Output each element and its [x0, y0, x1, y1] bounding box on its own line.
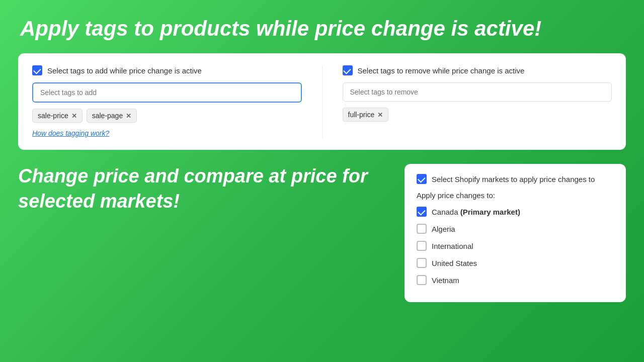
market-item-us: United States	[417, 258, 614, 268]
market-item-algeria: Algeria	[417, 224, 614, 234]
add-tags-list: sale-price ✕ sale-page ✕	[32, 109, 302, 123]
tag-label-full-price: full-price	[348, 111, 375, 119]
tag-label-sale-page: sale-page	[92, 112, 123, 120]
algeria-label: Algeria	[432, 225, 455, 233]
apply-label: Apply price changes to:	[417, 191, 614, 200]
add-tags-checkbox[interactable]	[32, 65, 42, 75]
remove-tags-header: Select tags to remove while price change…	[343, 65, 612, 75]
markets-header-label: Select Shopify markets to apply price ch…	[432, 175, 595, 184]
remove-sale-price-icon[interactable]: ✕	[71, 112, 77, 120]
international-checkbox[interactable]	[417, 241, 427, 251]
remove-sale-page-icon[interactable]: ✕	[126, 112, 131, 120]
bottom-section: Change price and compare at price for se…	[0, 164, 644, 302]
remove-full-price-icon[interactable]: ✕	[377, 111, 383, 119]
us-label: United States	[432, 259, 477, 267]
add-tags-header: Select tags to add while price change is…	[32, 65, 302, 75]
us-checkbox[interactable]	[417, 258, 427, 268]
tag-chip-full-price: full-price ✕	[343, 108, 389, 122]
markets-card: Select Shopify markets to apply price ch…	[405, 164, 626, 302]
bottom-text: Change price and compare at price for se…	[18, 164, 384, 214]
add-tags-input[interactable]	[32, 82, 302, 103]
remove-tags-section: Select tags to remove while price change…	[343, 65, 612, 138]
tag-chip-sale-price: sale-price ✕	[32, 109, 83, 123]
markets-checkbox[interactable]	[417, 174, 427, 184]
market-item-canada: Canada (Primary market)	[417, 207, 614, 217]
vietnam-checkbox[interactable]	[417, 275, 427, 285]
add-tags-section: Select tags to add while price change is…	[32, 65, 302, 138]
add-tags-label: Select tags to add while price change is…	[47, 66, 202, 75]
main-title: Apply tags to products while price chang…	[0, 0, 644, 53]
canada-label: Canada (Primary market)	[432, 208, 520, 216]
remove-tags-input[interactable]	[343, 82, 612, 102]
remove-tags-list: full-price ✕	[343, 108, 612, 122]
canada-checkbox[interactable]	[417, 207, 427, 217]
remove-tags-checkbox[interactable]	[343, 65, 353, 75]
international-label: International	[432, 242, 473, 250]
tag-label-sale-price: sale-price	[38, 112, 68, 120]
top-card: Select tags to add while price change is…	[18, 53, 626, 150]
tag-chip-sale-page: sale-page ✕	[87, 109, 137, 123]
market-item-vietnam: Vietnam	[417, 275, 614, 285]
markets-header: Select Shopify markets to apply price ch…	[417, 174, 614, 184]
remove-tags-label: Select tags to remove while price change…	[358, 66, 525, 75]
algeria-checkbox[interactable]	[417, 224, 427, 234]
market-item-international: International	[417, 241, 614, 251]
vietnam-label: Vietnam	[432, 276, 459, 285]
how-tagging-link[interactable]: How does tagging work?	[32, 129, 109, 137]
card-divider	[322, 65, 323, 138]
